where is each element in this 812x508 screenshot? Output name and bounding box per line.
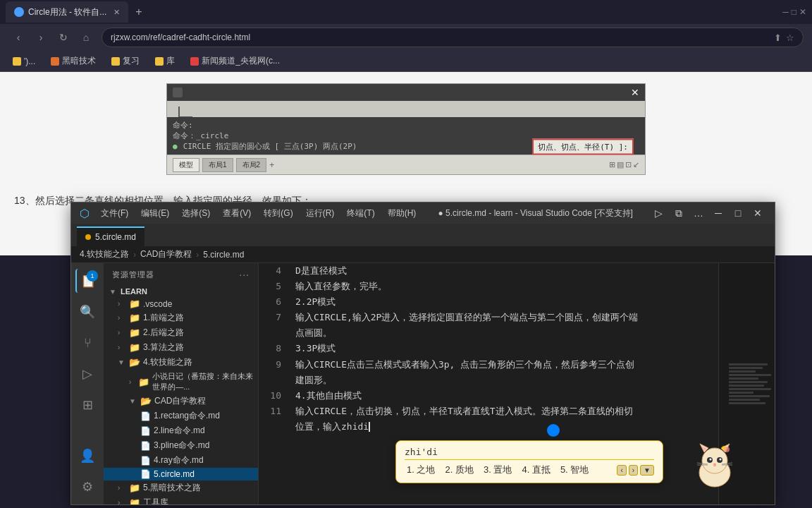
- breadcrumb-part2[interactable]: CAD自学教程: [140, 248, 192, 260]
- activity-accounts[interactable]: 👤: [75, 444, 99, 468]
- ime-next-button[interactable]: ›: [629, 465, 638, 476]
- bookmark-icon[interactable]: ☆: [786, 32, 794, 43]
- code-text-7: 输入CIRCLE,输入2P进入，选择指定圆直径的第一个端点与第二个圆点，创建两个…: [295, 312, 638, 322]
- address-bar[interactable]: rjzxw.com/ref/cadref-cadht-circle.html ⬆…: [102, 28, 804, 47]
- forward-button[interactable]: ›: [31, 28, 51, 47]
- active-tab[interactable]: Circle用法 - 软件自... ✕: [6, 1, 128, 23]
- activity-extensions[interactable]: ⊞: [75, 393, 99, 417]
- tree-dark[interactable]: › 📁 5.黑暗技术之路: [104, 480, 258, 495]
- cad-toolbar-icon2: ▤: [617, 160, 624, 169]
- back-button[interactable]: ‹: [8, 28, 28, 47]
- vscode-maximize-button[interactable]: □: [730, 205, 746, 222]
- tree-novel[interactable]: › 📁 小说日记（番茄搜：来自未来世界的—...: [104, 370, 258, 394]
- rectang-label: 1.rectang命令.md: [154, 410, 220, 422]
- breadcrumb-part1[interactable]: 4.软技能之路: [80, 248, 129, 260]
- breadcrumb-part3[interactable]: 5.circle.md: [203, 250, 244, 260]
- tree-tools[interactable]: › 📁 工具库: [104, 495, 258, 504]
- code-text-5: 输入直径参数，完毕。: [295, 281, 387, 291]
- vscode-run-button[interactable]: ▷: [651, 205, 668, 222]
- cad-screenshot: ✕ 命令: 命令：_circle ● CIRCLE 指定圆的圆心或 [ 三点(3…: [166, 83, 646, 175]
- tree-rectang[interactable]: 📄 1.rectang命令.md: [104, 409, 258, 423]
- sidebar-more-icon[interactable]: ···: [239, 269, 250, 280]
- ime-input-display: zhi'di: [405, 447, 654, 460]
- activity-settings[interactable]: ⚙: [75, 475, 99, 499]
- ime-candidate-2[interactable]: 2. 质地: [443, 463, 475, 477]
- line-num-10: 10: [267, 388, 281, 404]
- code-line-11b: 位置，输入zhidi: [295, 419, 710, 435]
- folder-label: .vscode: [143, 299, 172, 309]
- frontend-folder-icon: 📁: [129, 313, 140, 323]
- ime-candidate-3[interactable]: 3. 置地: [481, 463, 514, 477]
- tree-cad[interactable]: ▼ 📂 CAD自学教程: [104, 394, 258, 409]
- bookmark-label-1: 黑暗技术: [62, 55, 96, 67]
- vscode-split-button[interactable]: ⧉: [670, 205, 687, 222]
- vscode-menu-run[interactable]: 运行(R): [302, 206, 339, 221]
- bookmark-item-2[interactable]: 复习: [106, 54, 145, 68]
- code-text-4: D是直径模式: [295, 265, 347, 276]
- ime-navigation: ‹ › ▼: [617, 465, 654, 476]
- minimize-icon[interactable]: ─: [782, 7, 789, 17]
- browser-chrome: Circle用法 - 软件自... ✕ + ─ □ ✕ ‹ › ↻ ⌂ rjzx…: [0, 0, 812, 72]
- tree-pline[interactable]: 📄 3.pline命令.md: [104, 438, 258, 453]
- vscode-tab-circle[interactable]: 5.circle.md: [77, 226, 144, 246]
- tree-root[interactable]: ▼ LEARN: [104, 286, 258, 297]
- vscode-menu-goto[interactable]: 转到(G): [259, 206, 297, 221]
- vscode-menu-view[interactable]: 查看(V): [219, 206, 255, 221]
- activity-source-control[interactable]: ⑂: [75, 331, 99, 355]
- home-button[interactable]: ⌂: [76, 28, 96, 47]
- ime-candidate-4[interactable]: 4. 直抵: [519, 463, 552, 477]
- new-tab-button[interactable]: +: [131, 6, 146, 18]
- window-close-icon[interactable]: ✕: [799, 7, 806, 17]
- ray-file-icon: 📄: [140, 456, 151, 466]
- cad-add-tab-button[interactable]: +: [269, 160, 274, 170]
- vscode-close-button[interactable]: ✕: [749, 205, 766, 222]
- tree-circle[interactable]: 📄 5.circle.md: [104, 468, 258, 480]
- cad-input-highlight[interactable]: 切点、切点、半径(T) ]:: [532, 138, 634, 155]
- breadcrumb-sep1: ›: [133, 250, 136, 260]
- code-line-7: 输入CIRCLE,输入2P进入，选择指定圆直径的第一个端点与第二个圆点，创建两个…: [295, 310, 710, 325]
- cad-tab-model[interactable]: 模型: [173, 158, 199, 172]
- vscode-more-button[interactable]: …: [690, 205, 707, 222]
- tree-frontend[interactable]: › 📁 1.前端之路: [104, 310, 258, 325]
- activity-explorer[interactable]: 📋 1: [75, 269, 99, 293]
- cad-close-button[interactable]: ✕: [631, 87, 639, 98]
- vscode-tabs: 5.circle.md: [71, 224, 775, 246]
- cad-tab-layout1[interactable]: 布局1: [202, 158, 233, 172]
- bookmark-item-0[interactable]: ')...: [7, 55, 41, 68]
- vscode-window: ⬡ 文件(F) 编辑(E) 选择(S) 查看(V) 转到(G) 运行(R) 终端…: [70, 202, 775, 505]
- ime-prev-button[interactable]: ‹: [617, 465, 626, 476]
- cad-prompt: CIRCLE 指定圆的圆心或 [ 三点(3P) 两点(2P): [183, 141, 357, 152]
- vscode-breadcrumb: 4.软技能之路 › CAD自学教程 › 5.circle.md: [71, 246, 775, 263]
- vscode-activity-bar: 📋 1 🔍 ⑂ ▷ ⊞ 👤 ⚙: [71, 263, 104, 504]
- tree-backend[interactable]: › 📁 2.后端之路: [104, 325, 258, 340]
- bookmark-item-1[interactable]: 黑暗技术: [45, 54, 102, 68]
- accounts-icon: 👤: [80, 448, 95, 464]
- vscode-minimize-button[interactable]: ─: [710, 205, 727, 222]
- close-icon[interactable]: ✕: [113, 8, 120, 17]
- vscode-menu-file[interactable]: 文件(F): [97, 206, 133, 221]
- bookmark-item-4[interactable]: 新闻频道_央视网(c...: [185, 54, 285, 68]
- tree-vscode[interactable]: › 📁 .vscode: [104, 297, 258, 310]
- bookmark-item-3[interactable]: 库: [149, 54, 180, 68]
- ime-candidate-1[interactable]: 1. 之地: [405, 463, 437, 477]
- tree-algo[interactable]: › 📁 3.算法之路: [104, 340, 258, 355]
- tree-line[interactable]: 📄 2.line命令.md: [104, 423, 258, 438]
- vscode-menu-help[interactable]: 帮助(H): [383, 206, 421, 221]
- activity-run[interactable]: ▷: [75, 362, 99, 386]
- vscode-menu-terminal[interactable]: 终端(T): [343, 206, 379, 221]
- source-control-icon: ⑂: [84, 336, 92, 351]
- tree-ray[interactable]: 📄 4.ray命令.md: [104, 453, 258, 468]
- share-icon[interactable]: ⬆: [774, 32, 782, 43]
- settings-icon: ⚙: [82, 479, 93, 495]
- cad-tab-layout2[interactable]: 布局2: [236, 158, 267, 172]
- vscode-menu-select[interactable]: 选择(S): [178, 206, 214, 221]
- circle-file-icon: 📄: [140, 469, 151, 479]
- ime-candidate-5[interactable]: 5. 智地: [558, 463, 591, 477]
- vscode-menu-edit[interactable]: 编辑(E): [137, 206, 173, 221]
- reload-button[interactable]: ↻: [54, 28, 73, 47]
- ime-expand-button[interactable]: ▼: [640, 465, 654, 476]
- activity-search[interactable]: 🔍: [75, 300, 99, 324]
- bookmarks-bar: ')... 黑暗技术 复习 库 新闻频道_央视网(c...: [0, 51, 812, 72]
- tree-softskill[interactable]: ▼ 📂 4.软技能之路: [104, 355, 258, 370]
- maximize-icon[interactable]: □: [792, 7, 796, 17]
